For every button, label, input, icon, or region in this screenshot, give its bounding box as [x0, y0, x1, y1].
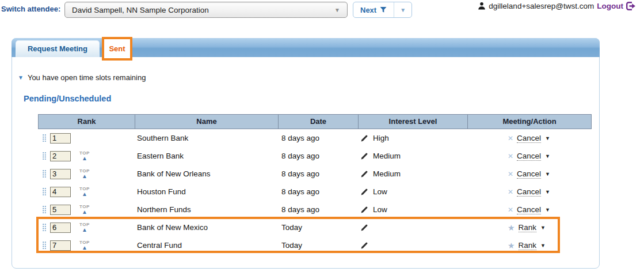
filter-funnel-icon — [380, 6, 387, 13]
table-row: TOP ▲ Bank of New Mexico Today ★ Rank ▼ — [38, 218, 592, 236]
rank-cell: TOP ▲ — [38, 133, 134, 144]
column-header-interest: Interest Level — [358, 115, 467, 129]
page: Switch attendee: David Sampell, NN Sampl… — [0, 0, 644, 279]
next-button[interactable]: Next — [353, 2, 394, 17]
attendee-select[interactable]: David Sampell, NN Sample Corporation ▼ — [64, 2, 348, 18]
interest-level-label: High — [373, 134, 389, 142]
rank-cell: TOP ▲ — [38, 205, 134, 215]
chevron-down-icon[interactable]: ▼ — [545, 207, 550, 213]
chevron-down-icon[interactable]: ▼ — [545, 171, 550, 177]
action-link[interactable]: Rank — [519, 241, 537, 250]
attendee-name: Central Fund — [134, 241, 277, 250]
action-cell: ★ Rank ▼ — [467, 223, 590, 232]
table-body: TOP ▲ Southern Bank 8 days ago High ✕ Ca… — [38, 129, 592, 254]
rank-input[interactable] — [50, 151, 71, 161]
rank-cell: TOP ▲ — [38, 187, 134, 197]
drag-handle-icon[interactable] — [42, 134, 47, 142]
table-row: TOP ▲ Eastern Bank 8 days ago Medium ✕ C… — [38, 147, 592, 165]
drag-handle-icon[interactable] — [42, 223, 47, 232]
attendee-name: Bank of New Mexico — [134, 223, 277, 232]
cancel-x-icon: ✕ — [508, 170, 513, 178]
action-link[interactable]: Cancel — [517, 205, 541, 214]
interest-cell: Medium — [357, 152, 467, 160]
drag-handle-icon[interactable] — [42, 205, 47, 214]
drag-handle-icon[interactable] — [42, 241, 47, 250]
interest-cell: High — [357, 134, 467, 142]
chevron-down-icon[interactable]: ▼ — [545, 153, 550, 159]
edit-pencil-icon[interactable] — [360, 242, 368, 250]
edit-pencil-icon[interactable] — [360, 134, 368, 142]
chevron-down-icon[interactable]: ▼ — [545, 189, 550, 195]
column-header-rank: Rank — [39, 115, 135, 129]
interest-level-label: Low — [373, 205, 387, 214]
request-date: 8 days ago — [277, 205, 357, 214]
move-to-top-button[interactable]: TOP ▲ — [78, 223, 92, 232]
logout-icon[interactable] — [626, 2, 636, 10]
main-panel: Request Meeting Sent ▼ You have open tim… — [12, 38, 600, 269]
chevron-down-icon[interactable]: ▼ — [540, 243, 546, 248]
pending-table: Rank Name Date Interest Level Meeting/Ac… — [38, 114, 592, 254]
cancel-x-icon: ✕ — [508, 134, 513, 142]
section-title: Pending/Unscheduled — [24, 94, 111, 103]
interest-cell: Low — [357, 205, 467, 214]
move-to-top-button[interactable]: TOP ▲ — [78, 169, 92, 179]
user-area: dgilleland+salesrep@twst.com Logout — [478, 1, 636, 10]
edit-pencil-icon[interactable] — [360, 188, 368, 196]
interest-level-label: Medium — [373, 152, 401, 160]
action-cell: ✕ Cancel ▼ — [467, 187, 590, 197]
triangle-up-icon: ▲ — [82, 156, 87, 161]
rank-input[interactable] — [50, 187, 71, 197]
action-link[interactable]: Cancel — [517, 169, 541, 179]
table-header-row: Rank Name Date Interest Level Meeting/Ac… — [38, 114, 592, 129]
attendee-name: Bank of New Orleans — [134, 169, 277, 178]
next-dropdown-button[interactable]: ▼ — [394, 2, 411, 17]
edit-pencil-icon[interactable] — [360, 152, 368, 160]
column-header-action: Meeting/Action — [467, 115, 591, 129]
drag-handle-icon[interactable] — [42, 187, 47, 196]
rank-cell: TOP ▲ — [38, 240, 134, 251]
triangle-up-icon: ▲ — [82, 191, 87, 197]
drag-handle-icon[interactable] — [42, 152, 47, 160]
rank-input[interactable] — [50, 205, 71, 215]
action-link[interactable]: Cancel — [517, 152, 541, 161]
action-link[interactable]: Cancel — [517, 134, 541, 143]
rank-input[interactable] — [50, 169, 71, 179]
edit-pencil-icon[interactable] — [360, 170, 368, 178]
interest-cell — [357, 224, 467, 232]
chevron-down-icon[interactable]: ▼ — [540, 225, 546, 231]
interest-cell: Medium — [357, 169, 467, 178]
edit-pencil-icon[interactable] — [360, 224, 368, 232]
move-to-top-button[interactable]: TOP ▲ — [78, 151, 92, 161]
user-email: dgilleland+salesrep@twst.com — [489, 2, 594, 10]
table-row: TOP ▲ Northern Funds 8 days ago Low ✕ Ca… — [38, 201, 592, 218]
action-cell: ✕ Cancel ▼ — [467, 169, 590, 179]
chevron-down-icon: ▼ — [334, 7, 340, 13]
interest-cell — [357, 242, 467, 250]
request-date: 8 days ago — [277, 169, 357, 178]
logout-link[interactable]: Logout — [597, 2, 623, 10]
rank-input[interactable] — [50, 240, 71, 251]
tab-request-meeting[interactable]: Request Meeting — [16, 40, 100, 57]
action-link[interactable]: Cancel — [517, 187, 541, 197]
table-row: TOP ▲ Houston Fund 8 days ago Low ✕ Canc… — [38, 183, 592, 201]
table-row: TOP ▲ Bank of New Orleans 8 days ago Med… — [38, 165, 592, 183]
tab-sent[interactable]: Sent — [102, 37, 132, 61]
table-row: TOP ▲ Central Fund Today ★ Rank ▼ — [38, 236, 592, 254]
triangle-up-icon: ▲ — [82, 174, 87, 179]
rank-input[interactable] — [50, 223, 71, 233]
triangle-up-icon: ▲ — [82, 227, 87, 232]
move-to-top-button[interactable]: TOP ▲ — [78, 205, 92, 214]
action-cell: ✕ Cancel ▼ — [467, 134, 590, 143]
action-link[interactable]: Rank — [519, 223, 537, 232]
collapse-triangle-icon[interactable]: ▼ — [18, 74, 24, 81]
drag-handle-icon[interactable] — [42, 169, 47, 178]
move-to-top-button[interactable]: TOP ▲ — [78, 187, 92, 197]
rank-input[interactable] — [50, 133, 71, 144]
move-to-top-button[interactable]: TOP ▲ — [78, 240, 92, 250]
interest-level-label: Low — [373, 187, 387, 196]
next-button-label: Next — [360, 6, 376, 14]
chevron-down-icon[interactable]: ▼ — [545, 135, 550, 141]
edit-pencil-icon[interactable] — [360, 206, 368, 214]
action-cell: ✕ Cancel ▼ — [467, 152, 590, 161]
rank-cell: TOP ▲ — [38, 169, 134, 179]
